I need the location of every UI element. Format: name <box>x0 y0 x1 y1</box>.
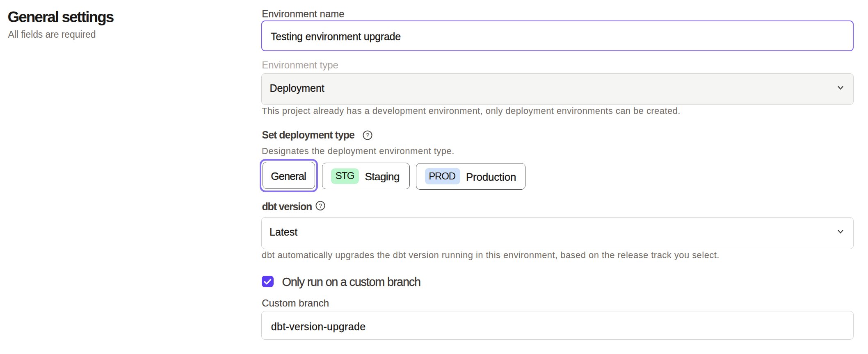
svg-text:?: ? <box>365 132 369 138</box>
svg-text:?: ? <box>318 202 322 209</box>
